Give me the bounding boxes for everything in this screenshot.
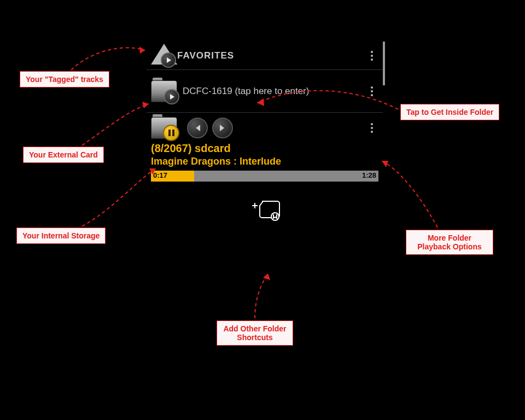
play-icon bbox=[164, 89, 179, 104]
sdcard-folder-icon bbox=[151, 117, 177, 139]
callout-external: Your External Card bbox=[23, 147, 104, 163]
callout-internal: Your Internal Storage bbox=[16, 228, 106, 244]
next-track-button[interactable] bbox=[212, 118, 233, 138]
progress-bar[interactable]: 0:17 1:28 bbox=[151, 171, 378, 182]
previous-track-button[interactable] bbox=[187, 118, 208, 138]
add-folder-shortcut-button[interactable] bbox=[246, 195, 284, 221]
favorites-label: FAVORITES bbox=[177, 50, 365, 61]
now-playing-row: (8/2067) sdcard Imagine Dragons : Interl… bbox=[147, 113, 383, 225]
total-time: 1:28 bbox=[362, 171, 376, 179]
track-counter: (8/2067) sdcard bbox=[151, 142, 378, 155]
playback-menu-button[interactable] bbox=[365, 123, 378, 133]
folder-row[interactable]: DCFC-1619 (tap here to enter) bbox=[147, 70, 383, 113]
callout-more-options: More Folder Playback Options bbox=[406, 230, 493, 255]
play-icon bbox=[161, 52, 176, 68]
callout-tagged: Your "Tagged" tracks bbox=[20, 71, 109, 88]
elapsed-time: 0:17 bbox=[153, 171, 167, 179]
callout-add-shortcut: Add Other Folder Shortcuts bbox=[217, 320, 293, 346]
favorites-row[interactable]: FAVORITES bbox=[147, 42, 383, 70]
folder-icon bbox=[151, 80, 177, 102]
folder-label: DCFC-1619 (tap here to enter) bbox=[183, 86, 365, 97]
folder-menu-button[interactable] bbox=[365, 86, 378, 96]
svg-marker-3 bbox=[139, 46, 145, 54]
track-title: Imagine Dragons : Interlude bbox=[151, 156, 378, 167]
callout-inside: Tap to Get Inside Folder bbox=[400, 104, 499, 120]
scrollbar[interactable] bbox=[383, 42, 385, 85]
favorites-icon bbox=[151, 44, 177, 68]
pause-icon bbox=[163, 125, 179, 141]
favorites-menu-button[interactable] bbox=[365, 51, 378, 61]
